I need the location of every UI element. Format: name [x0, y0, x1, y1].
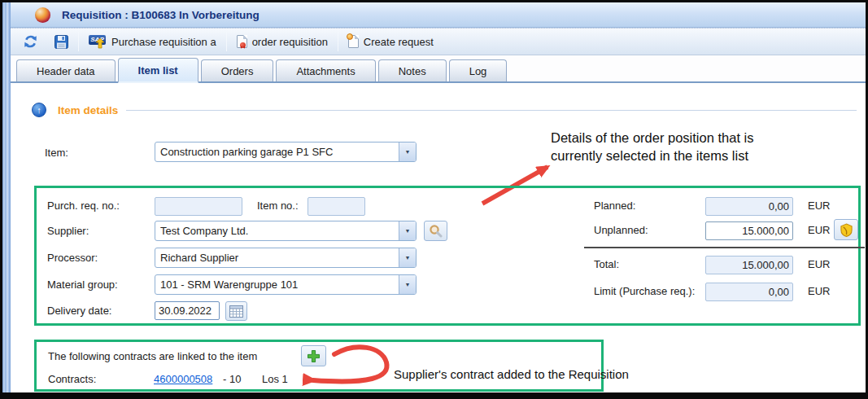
chevron-down-icon[interactable]: ▼	[399, 142, 416, 161]
app-orb-icon	[35, 7, 50, 23]
collapse-section-icon[interactable]: ↑	[32, 103, 46, 117]
sap-transfer-icon: SAP	[89, 35, 107, 48]
contract-annotation: Supplier's contract added to the Requisi…	[394, 367, 629, 381]
window-titlebar: Requisition : B100683 In Vorbereitung	[11, 2, 866, 28]
contract-number-link[interactable]: 4600000508	[154, 373, 212, 385]
amounts-divider	[584, 247, 865, 248]
item-combobox-value: Construction parking garage P1 SFC	[155, 146, 399, 158]
create-request-label: Create request	[364, 36, 434, 48]
item-no-label: Item no.:	[257, 200, 299, 212]
order-requisition-label: order requisition	[252, 36, 328, 48]
item-combobox[interactable]: Construction parking garage P1 SFC ▼	[155, 142, 417, 162]
toolbar: SAP Purchase requisition a order requisi…	[11, 28, 866, 55]
plus-icon	[307, 349, 321, 363]
total-currency: EUR	[808, 258, 830, 270]
create-request-button[interactable]: Create request	[342, 31, 439, 52]
supplier-combobox[interactable]: Test Company Ltd. ▼	[155, 221, 417, 241]
toolbar-separator	[78, 32, 79, 51]
tab-log[interactable]: Log	[449, 59, 508, 81]
tab-header-data[interactable]: Header data	[16, 59, 116, 81]
tab-item-list[interactable]: Item list	[118, 58, 198, 83]
save-icon	[55, 35, 68, 49]
calendar-icon	[229, 305, 243, 318]
search-icon	[429, 224, 443, 238]
purchase-requisition-label: Purchase requisition a	[111, 36, 216, 48]
window-title: Requisition : B100683 In Vorbereitung	[62, 9, 260, 21]
contracts-header: The following contracts are linked to th…	[48, 350, 257, 362]
chevron-down-icon[interactable]: ▼	[399, 248, 416, 267]
item-label: Item:	[45, 147, 68, 159]
planned-currency: EUR	[808, 200, 830, 212]
toolbar-separator	[226, 32, 227, 51]
supplier-search-button[interactable]	[424, 221, 447, 241]
tab-attachments[interactable]: Attachments	[276, 59, 375, 81]
processor-combobox[interactable]: Richard Supplier ▼	[155, 248, 417, 268]
purch-req-no-label: Purch. req. no.:	[47, 200, 120, 212]
tab-notes[interactable]: Notes	[378, 59, 447, 81]
shield-icon	[840, 223, 853, 237]
planned-label: Planned:	[594, 200, 635, 212]
planned-field[interactable]	[705, 197, 793, 216]
contract-position: - 10	[223, 373, 241, 385]
limit-field[interactable]	[705, 283, 793, 301]
chevron-down-icon[interactable]: ▼	[399, 221, 416, 240]
supplier-label: Supplier:	[47, 225, 89, 237]
purchase-requisition-button[interactable]: SAP Purchase requisition a	[83, 31, 222, 52]
add-contract-button[interactable]	[301, 345, 326, 366]
refresh-button[interactable]	[17, 31, 44, 52]
order-document-icon	[237, 35, 247, 48]
processor-combobox-value: Richard Supplier	[155, 252, 399, 264]
delivery-date-field[interactable]	[155, 301, 220, 320]
contracts-label: Contracts:	[48, 373, 96, 385]
limit-label: Limit (Purchase req.):	[594, 285, 695, 297]
unplanned-currency: EUR	[808, 224, 830, 236]
unplanned-field[interactable]	[705, 221, 793, 240]
requisition-window: Requisition : B100683 In Vorbereitung	[0, 0, 868, 399]
item-no-field[interactable]	[308, 197, 365, 216]
limit-currency: EUR	[808, 285, 830, 297]
tab-orders[interactable]: Orders	[201, 59, 274, 81]
chevron-down-icon[interactable]: ▼	[399, 275, 416, 294]
material-group-label: Material group:	[47, 278, 118, 291]
contract-lot: Los 1	[262, 373, 288, 385]
toolbar-separator	[338, 32, 338, 51]
section-title: Item details	[58, 104, 118, 116]
purch-req-no-field[interactable]	[155, 197, 242, 216]
new-request-icon	[348, 35, 359, 48]
tab-bar: Header data Item list Orders Attachments…	[11, 55, 866, 83]
save-button[interactable]	[49, 31, 74, 52]
material-group-combobox[interactable]: 101 - SRM Warengruppe 101 ▼	[155, 274, 417, 295]
material-group-combobox-value: 101 - SRM Warengruppe 101	[155, 278, 399, 291]
section-rule	[126, 110, 857, 111]
item-list-panel: ↑ Item details Item: Construction parkin…	[11, 83, 866, 392]
processor-label: Processor:	[47, 252, 98, 264]
calendar-button[interactable]	[225, 301, 247, 321]
refresh-icon	[23, 34, 38, 49]
window-left-frame	[2, 2, 11, 392]
total-field[interactable]	[705, 256, 793, 274]
order-requisition-button[interactable]: order requisition	[231, 31, 334, 52]
delivery-date-label: Delivery date:	[47, 305, 111, 317]
unplanned-label: Unplanned:	[594, 224, 648, 236]
budget-check-button[interactable]	[834, 219, 858, 240]
item-details-annotation: Details of the order position that is cu…	[551, 129, 844, 165]
total-label: Total:	[594, 258, 619, 270]
supplier-combobox-value: Test Company Ltd.	[155, 225, 399, 237]
